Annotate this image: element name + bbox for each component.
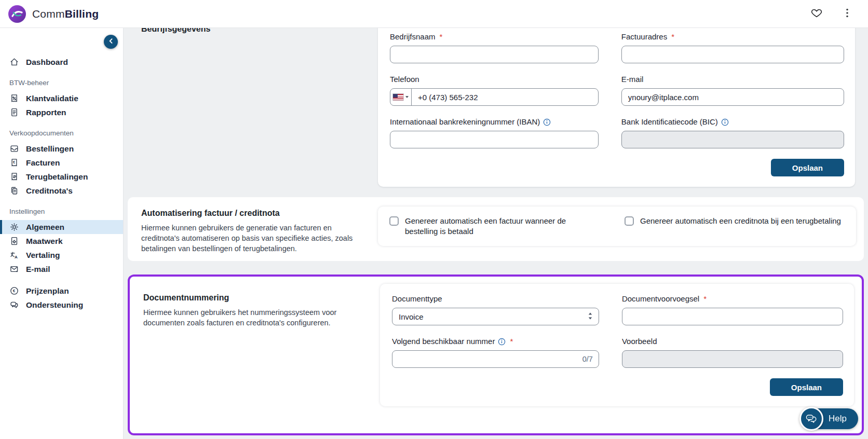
sidebar-item-label: Ondersteuning: [26, 300, 83, 310]
required-asterisk: *: [440, 32, 443, 42]
sidebar-item-terugbetalingen[interactable]: Terugbetalingen: [0, 170, 123, 184]
sidebar-item-label: Maatwerk: [26, 237, 63, 246]
sidebar-item-label: Klantvalidatie: [26, 94, 78, 103]
euro-circle-icon: €: [9, 286, 19, 296]
sidebar-header-instellingen: Instellingen: [0, 198, 123, 220]
factuuradres-label: Factuuradres*: [621, 32, 844, 42]
document-gear-icon: [9, 236, 19, 246]
section-title: Automatisering factuur / creditnota: [141, 209, 362, 218]
country-code-dropdown[interactable]: [390, 89, 412, 105]
svg-text:€: €: [13, 160, 15, 164]
iban-input[interactable]: [390, 131, 599, 148]
topbar: CommBilling: [0, 0, 868, 28]
sidebar-item-algemeen[interactable]: Algemeen: [0, 220, 123, 234]
receipt-refund-icon: [9, 172, 19, 182]
favorite-button[interactable]: [809, 5, 824, 22]
sidebar-item-maatwerk[interactable]: Maatwerk: [0, 234, 123, 248]
sidebar-item-label: Rapporten: [26, 108, 66, 117]
heart-icon: [811, 7, 822, 20]
help-fab[interactable]: Help: [799, 407, 858, 431]
sidebar-item-bestellingen[interactable]: Bestellingen: [0, 142, 123, 156]
telefoon-input[interactable]: +0 (473) 565-232: [390, 88, 599, 106]
chevron-left-icon: [107, 37, 115, 46]
email-label: E-mail: [621, 75, 844, 84]
us-flag-icon: [393, 94, 403, 100]
sidebar-item-email[interactable]: E-mail: [0, 262, 123, 276]
bic-label: Bank Identificatiecode (BIC): [621, 117, 844, 127]
sidebar-item-label: Facturen: [26, 158, 60, 168]
copy-document-icon: [9, 186, 19, 196]
section-description: Hiermee kunnen gebruikers de generatie v…: [141, 223, 362, 254]
sidebar-item-label: Prijzenplan: [26, 286, 69, 296]
sidebar-item-label: Vertaling: [26, 251, 60, 260]
info-icon[interactable]: [543, 118, 551, 126]
receipt-euro-icon: €: [9, 158, 19, 168]
more-menu-button[interactable]: [840, 5, 855, 22]
sidebar: Dashboard BTW-beheer Klantvalidatie Rapp…: [0, 28, 124, 439]
sidebar-item-klantvalidatie[interactable]: Klantvalidatie: [0, 91, 123, 105]
sidebar-item-rapporten[interactable]: Rapporten: [0, 105, 123, 119]
section-title: Bedrijfsgegevens: [141, 28, 362, 34]
info-icon[interactable]: [498, 338, 506, 346]
documenttype-label: Documenttype: [392, 294, 599, 304]
section-description: Hiermee kunnen gebruikers het nummerings…: [143, 307, 364, 328]
required-asterisk: *: [510, 337, 513, 346]
telefoon-label: Telefoon: [390, 75, 599, 84]
required-asterisk: *: [671, 32, 674, 42]
bedrijfsnaam-input[interactable]: [390, 46, 599, 63]
section-automatisering: Automatisering factuur / creditnota Hier…: [128, 197, 864, 261]
iban-label: Internationaal bankrekeningnummer (IBAN): [390, 117, 599, 127]
auto-invoice-checkbox-row[interactable]: Genereer automatisch een factuur wanneer…: [389, 216, 584, 237]
auto-invoice-checkbox[interactable]: [389, 216, 399, 226]
volgend-nummer-label: Volgend beschikbaar nummer *: [392, 337, 599, 346]
mail-gear-icon: [9, 264, 19, 274]
volgend-nummer-input[interactable]: [392, 350, 599, 368]
checkbox-label: Genereer automatisch een factuur wanneer…: [405, 216, 584, 237]
info-icon[interactable]: [721, 118, 729, 126]
sidebar-header-verkoop: Verkoopdocumenten: [0, 119, 123, 142]
help-chat-icon[interactable]: [799, 407, 823, 431]
sidebar-header-btw: BTW-beheer: [0, 69, 123, 91]
section-bedrijfsgegevens: Bedrijfsgegevens Bedrijfsnaam* Factuurad…: [128, 28, 864, 187]
bic-input: [621, 131, 844, 148]
sidebar-item-label: Terugbetalingen: [26, 172, 88, 182]
numbering-form-card: Documenttype Invoice Documentvoorvoegsel…: [380, 284, 854, 406]
documenttype-value: Invoice: [399, 312, 424, 321]
section-documentnummering-highlighted: Documentnummering Hiermee kunnen gebruik…: [128, 275, 864, 435]
voorbeeld-label: Voorbeeld: [622, 337, 843, 346]
select-stepper-icon: [588, 312, 593, 322]
email-input[interactable]: [621, 88, 844, 106]
brand[interactable]: CommBilling: [7, 4, 99, 24]
commbilling-logo-icon: [7, 4, 27, 24]
factuuradres-input[interactable]: [621, 46, 844, 63]
inbox-icon: [9, 144, 19, 154]
translate-icon: A: [9, 250, 19, 260]
automation-form-card: Genereer automatisch een factuur wanneer…: [378, 207, 856, 246]
home-icon: [9, 57, 19, 67]
documenttype-select[interactable]: Invoice: [392, 308, 599, 325]
sidebar-item-prijzenplan[interactable]: € Prijzenplan: [0, 284, 123, 298]
company-save-button[interactable]: Opslaan: [771, 159, 844, 176]
document-icon: [9, 107, 19, 117]
sidebar-item-label: Bestellingen: [26, 144, 74, 154]
sidebar-item-vertaling[interactable]: A Vertaling: [0, 248, 123, 262]
gear-icon: [9, 222, 19, 232]
documentvoorvoegsel-input[interactable]: [622, 308, 843, 325]
sidebar-item-label: Algemeen: [26, 223, 64, 232]
caret-down-icon: [405, 96, 409, 98]
sidebar-item-ondersteuning[interactable]: Ondersteuning: [0, 298, 123, 312]
receipt-percent-icon: [9, 93, 19, 103]
checkbox-label: Genereer automatisch een creditnota bij …: [640, 216, 841, 226]
char-counter: 0/7: [582, 355, 593, 363]
sidebar-item-facturen[interactable]: € Facturen: [0, 156, 123, 170]
numbering-save-button[interactable]: Opslaan: [770, 378, 843, 396]
sidebar-item-dashboard[interactable]: Dashboard: [0, 55, 123, 69]
sidebar-collapse-button[interactable]: [104, 35, 118, 49]
auto-creditnote-checkbox-row[interactable]: Genereer automatisch een creditnota bij …: [625, 216, 841, 226]
documentvoorvoegsel-label: Documentvoorvoegsel*: [622, 294, 843, 304]
section-title: Documentnummering: [143, 293, 364, 303]
sidebar-item-creditnotas[interactable]: Creditnota's: [0, 184, 123, 198]
auto-creditnote-checkbox[interactable]: [625, 216, 634, 226]
svg-text:A: A: [15, 255, 18, 259]
bedrijfsnaam-label: Bedrijfsnaam*: [390, 32, 599, 42]
